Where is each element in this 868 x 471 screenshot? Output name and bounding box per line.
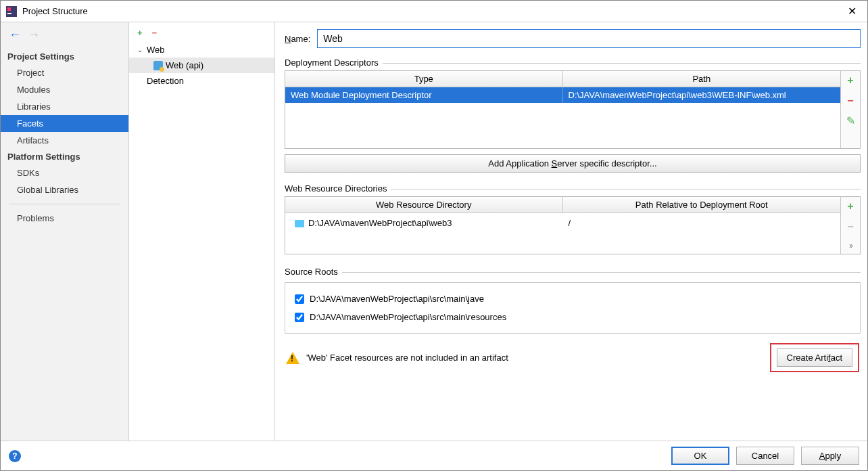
web-facet-icon [153, 61, 163, 70]
folder-icon [295, 220, 304, 227]
titlebar: Project Structure ✕ [1, 1, 867, 22]
close-icon[interactable]: ✕ [842, 2, 862, 20]
nav-back-icon[interactable]: ← [9, 28, 21, 42]
column-type[interactable]: Type [285, 71, 563, 87]
deployment-descriptors-label: Deployment Descriptors [285, 58, 861, 68]
tree-node-web[interactable]: ⌄ Web [129, 42, 274, 58]
cancel-button[interactable]: Cancel [736, 447, 794, 465]
source-root-checkbox[interactable] [295, 313, 304, 322]
sidebar-item-global-libraries[interactable]: Global Libraries [1, 181, 128, 198]
source-root-checkbox[interactable] [295, 294, 304, 304]
create-artifact-button[interactable]: Create Artifact [777, 349, 852, 367]
sidebar-item-problems[interactable]: Problems [1, 210, 128, 227]
facet-name-input[interactable] [317, 29, 861, 48]
source-root-path: D:\JAVA\mavenWebProject\api\src\main\res… [310, 312, 506, 322]
add-descriptor-button[interactable]: + [847, 75, 853, 86]
add-server-descriptor-button[interactable]: Add Application Server specific descript… [285, 154, 861, 173]
sidebar-item-modules[interactable]: Modules [1, 81, 128, 98]
apply-button[interactable]: Apply [801, 447, 859, 465]
sidebar-item-libraries[interactable]: Libraries [1, 98, 128, 115]
table-row[interactable]: Web Module Deployment Descriptor D:\JAVA… [285, 87, 840, 103]
source-roots-label: Source Roots [285, 267, 861, 277]
help-icon[interactable]: ? [9, 450, 21, 462]
cell-type: Web Module Deployment Descriptor [285, 87, 563, 103]
add-facet-button[interactable]: + [137, 28, 143, 38]
web-resource-directories-label: Web Resource Directories [285, 183, 861, 194]
facet-tree-panel: + − ⌄ Web Web (api) Detection [129, 22, 275, 441]
edit-descriptor-button[interactable]: ✎ [846, 116, 855, 127]
table-row[interactable]: D:\JAVA\mavenWebProject\api\web3 / [285, 213, 840, 233]
add-resource-dir-button[interactable]: + [847, 201, 853, 212]
column-web-resource-directory[interactable]: Web Resource Directory [285, 197, 563, 212]
remove-facet-button[interactable]: − [152, 28, 158, 38]
app-icon [6, 6, 17, 17]
tree-label: Web (api) [166, 60, 203, 70]
tree-node-web-api[interactable]: Web (api) [129, 58, 274, 73]
cell-relative-path: / [563, 215, 837, 231]
tree-node-detection[interactable]: Detection [129, 73, 274, 89]
nav-forward-icon[interactable]: → [28, 28, 40, 42]
facet-editor: Name: Deployment Descriptors Type Path W… [275, 22, 867, 441]
sidebar-item-artifacts[interactable]: Artifacts [1, 132, 128, 149]
warning-text: 'Web' Facet resources are not included i… [306, 353, 508, 363]
source-root-item[interactable]: D:\JAVA\mavenWebProject\api\src\main\jav… [293, 290, 852, 308]
remove-descriptor-button[interactable]: − [847, 95, 853, 106]
tree-label: Detection [147, 76, 184, 86]
sidebar-divider [9, 204, 120, 204]
sidebar-item-project[interactable]: Project [1, 64, 128, 81]
section-platform-settings: Platform Settings [1, 149, 128, 164]
section-project-settings: Project Settings [1, 49, 128, 64]
column-path-relative[interactable]: Path Relative to Deployment Root [563, 197, 841, 212]
svg-rect-1 [7, 7, 11, 11]
cell-directory: D:\JAVA\mavenWebProject\api\web3 [289, 215, 563, 231]
chevron-down-icon: ⌄ [137, 46, 144, 53]
ok-button[interactable]: OK [671, 447, 729, 465]
web-resource-directories-table: Web Resource Directory Path Relative to … [285, 196, 861, 254]
cell-path: D:\JAVA\mavenWebProject\api\web3\WEB-INF… [563, 87, 841, 103]
name-label: Name: [285, 34, 310, 44]
warning-row: 'Web' Facet resources are not included i… [285, 340, 861, 379]
more-resource-dir-button[interactable]: ›› [849, 242, 852, 250]
deployment-descriptors-table: Type Path Web Module Deployment Descript… [285, 70, 861, 149]
window-title: Project Structure [22, 6, 842, 16]
column-path[interactable]: Path [563, 71, 841, 87]
source-root-item[interactable]: D:\JAVA\mavenWebProject\api\src\main\res… [293, 308, 852, 326]
tree-label: Web [147, 45, 165, 55]
warning-icon [286, 352, 299, 364]
sidebar-item-sdks[interactable]: SDKs [1, 164, 128, 181]
source-root-path: D:\JAVA\mavenWebProject\api\src\main\jav… [310, 294, 484, 304]
create-artifact-highlight: Create Artifact [770, 343, 859, 372]
sidebar-item-facets[interactable]: Facets [1, 115, 128, 132]
remove-resource-dir-button[interactable]: − [847, 221, 853, 232]
svg-rect-2 [7, 13, 11, 14]
sidebar: ← → Project Settings Project Modules Lib… [1, 22, 129, 441]
source-roots-box: D:\JAVA\mavenWebProject\api\src\main\jav… [285, 282, 861, 334]
dialog-footer: ? OK Cancel Apply [1, 441, 867, 470]
